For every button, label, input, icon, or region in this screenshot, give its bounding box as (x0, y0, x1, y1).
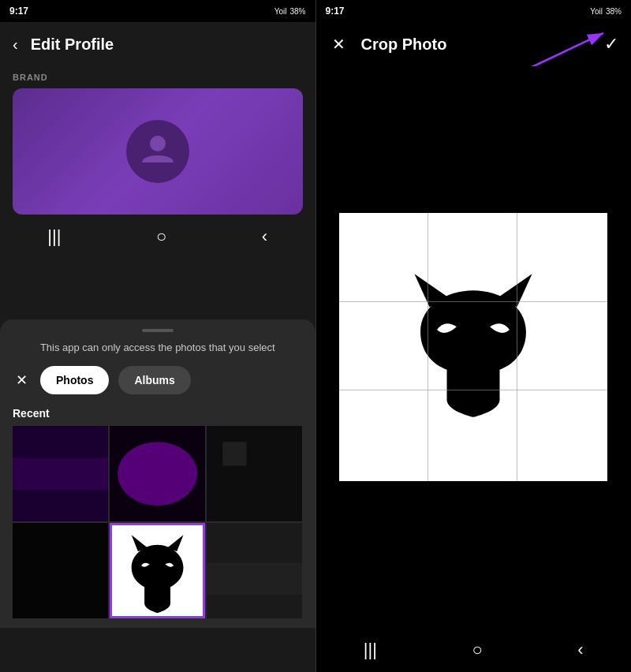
right-nav-back-icon[interactable]: ‹ (577, 640, 583, 660)
right-panel: 9:17 Yoil 38% ✕ Crop Photo ✓ (316, 0, 632, 672)
crop-grid-v2 (517, 213, 517, 481)
crop-grid-v1 (428, 213, 428, 481)
crop-grid-h1 (339, 301, 607, 302)
right-status-time: 9:17 (326, 6, 345, 17)
brand-label: BRAND (13, 73, 303, 82)
brand-section: BRAND (0, 66, 316, 215)
left-panel: 9:17 Yoil 38% ‹ Edit Profile BRAND (0, 0, 316, 672)
avatar-icon (139, 129, 177, 174)
photos-tab[interactable]: Photos (40, 366, 109, 394)
sheet-close-button[interactable]: ✕ (13, 368, 31, 392)
crop-close-button[interactable]: ✕ (329, 32, 349, 57)
albums-tab[interactable]: Albums (118, 366, 190, 394)
brand-card (13, 88, 303, 215)
recent-label: Recent (13, 407, 303, 420)
right-nav-home-icon[interactable]: ○ (472, 640, 483, 660)
right-nav-menu-icon[interactable]: ||| (364, 640, 377, 660)
right-status-bar: 9:17 Yoil 38% (316, 0, 632, 22)
batman-image (394, 260, 552, 434)
right-status-icons: Yoil 38% (590, 7, 622, 16)
page-title: Edit Profile (31, 35, 114, 54)
svg-rect-2 (13, 457, 108, 489)
left-status-icons: Yoil 38% (274, 7, 306, 16)
left-status-time: 9:17 (9, 6, 28, 17)
left-nav-bar: ||| ○ ‹ (0, 215, 316, 259)
right-top-bar: ✕ Crop Photo ✓ (316, 22, 632, 66)
left-status-bar: 9:17 Yoil 38% (0, 0, 316, 22)
svg-rect-10 (207, 562, 302, 594)
crop-area[interactable] (316, 66, 632, 628)
crop-grid-h2 (339, 390, 607, 390)
avatar-circle (126, 120, 189, 183)
photo-thumb-2[interactable] (110, 426, 205, 521)
left-nav-menu-icon[interactable]: ||| (47, 226, 61, 247)
bottom-sheet: This app can only access the photos that… (0, 319, 316, 628)
right-signal-icon: Yoil (590, 7, 603, 16)
svg-point-0 (150, 136, 166, 151)
signal-icon: Yoil (274, 7, 287, 16)
photo-thumb-3[interactable] (207, 426, 302, 521)
left-nav-home-icon[interactable]: ○ (156, 226, 166, 247)
sheet-handle (142, 329, 174, 332)
right-nav-bar: ||| ○ ‹ (316, 628, 632, 672)
svg-rect-6 (223, 442, 247, 465)
left-top-bar: ‹ Edit Profile (0, 22, 316, 66)
crop-confirm-button[interactable]: ✓ (604, 34, 618, 54)
left-nav-back-icon[interactable]: ‹ (262, 226, 267, 247)
photo-thumb-batman[interactable] (110, 523, 205, 618)
right-battery-icon: 38% (606, 7, 622, 16)
svg-point-4 (118, 442, 197, 506)
sheet-message: This app can only access the photos that… (13, 342, 303, 353)
crop-title: Crop Photo (361, 35, 592, 54)
photo-grid (13, 426, 303, 618)
crop-image-container (339, 213, 607, 481)
svg-rect-7 (13, 523, 108, 618)
sheet-tabs: ✕ Photos Albums (13, 366, 303, 394)
photo-thumb-6[interactable] (207, 523, 302, 618)
photo-thumb-1[interactable] (13, 426, 108, 521)
photo-thumb-4[interactable] (13, 523, 108, 618)
battery-icon: 38% (289, 7, 305, 16)
back-button[interactable]: ‹ (13, 35, 18, 54)
svg-rect-5 (207, 426, 302, 521)
